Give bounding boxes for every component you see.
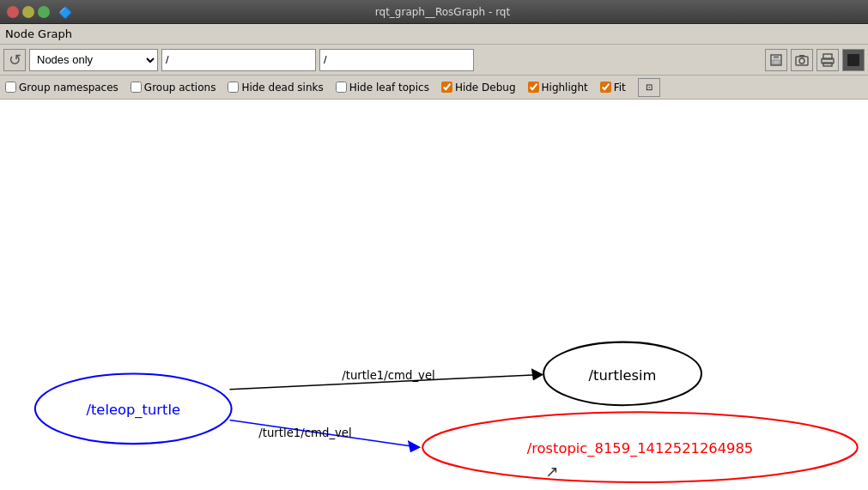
hide-debug-input[interactable]: [441, 82, 452, 93]
save-button[interactable]: [765, 49, 787, 71]
print-button[interactable]: [816, 49, 839, 71]
topic-filter-input[interactable]: [319, 49, 474, 71]
menu-item-node-graph[interactable]: Node Graph: [5, 27, 72, 40]
graph-svg: /turtle1/cmd_vel /turtle1/cmd_vel /teleo…: [0, 100, 868, 490]
teleop-turtle-label: /teleop_turtle: [86, 402, 179, 419]
svg-rect-2: [773, 60, 780, 64]
highlight-label: Highlight: [542, 82, 588, 94]
fit-label: Fit: [614, 82, 626, 94]
group-namespaces-check[interactable]: Group namespaces: [5, 82, 118, 94]
fit-icon-button[interactable]: ⊡: [638, 78, 660, 97]
edge-1-label: /turtle1/cmd_vel: [342, 369, 434, 382]
hide-debug-label: Hide Debug: [455, 82, 516, 94]
fit-input[interactable]: [600, 82, 611, 93]
group-actions-input[interactable]: [131, 82, 142, 93]
screenshot-button[interactable]: [791, 49, 813, 71]
turtlesim-label: /turtlesim: [589, 367, 657, 384]
highlight-check[interactable]: Highlight: [528, 82, 588, 94]
refresh-button[interactable]: ↺: [3, 49, 26, 71]
edge-2-label: /turtle1/cmd_vel: [258, 426, 351, 439]
hide-leaf-topics-input[interactable]: [336, 82, 347, 93]
save-icon: [769, 53, 783, 67]
checkbar: Group namespaces Group actions Hide dead…: [0, 76, 868, 100]
hide-leaf-topics-check[interactable]: Hide leaf topics: [336, 82, 429, 94]
display-mode-select[interactable]: Nodes only Nodes/Topics (all) Nodes/Topi…: [29, 49, 158, 71]
svg-rect-5: [799, 55, 804, 57]
toolbar: ↺ Nodes only Nodes/Topics (all) Nodes/To…: [0, 45, 868, 76]
ns-filter-input[interactable]: [161, 49, 316, 71]
hide-debug-check[interactable]: Hide Debug: [441, 82, 516, 94]
hide-dead-sinks-label: Hide dead sinks: [241, 82, 323, 94]
edge-2-arrow: [408, 440, 421, 452]
group-actions-label: Group actions: [144, 82, 216, 94]
print-icon: [821, 53, 835, 67]
cursor: ↗: [545, 463, 558, 481]
hide-dead-sinks-check[interactable]: Hide dead sinks: [228, 82, 323, 94]
svg-rect-1: [774, 55, 779, 58]
group-actions-check[interactable]: Group actions: [131, 82, 216, 94]
hide-leaf-topics-label: Hide leaf topics: [349, 82, 429, 94]
svg-rect-8: [823, 63, 832, 66]
group-namespaces-label: Group namespaces: [19, 82, 118, 94]
stop-icon: [847, 54, 859, 66]
window-title: rqt_graph__RosGraph - rqt: [24, 6, 861, 18]
highlight-input[interactable]: [528, 82, 539, 93]
stop-button[interactable]: [842, 49, 865, 71]
title-bar: 🔷 rqt_graph__RosGraph - rqt: [0, 0, 868, 24]
svg-point-4: [799, 58, 804, 64]
rostopic-label: /rostopic_8159_1412521264985: [527, 440, 754, 457]
edge-1-arrow: [531, 368, 543, 380]
camera-icon: [795, 53, 809, 67]
menu-bar: Node Graph: [0, 24, 868, 45]
hide-dead-sinks-input[interactable]: [228, 82, 239, 93]
close-button[interactable]: [7, 6, 19, 18]
main-window: Node Graph ↺ Nodes only Nodes/Topics (al…: [0, 24, 868, 490]
fit-check[interactable]: Fit: [600, 82, 626, 94]
group-namespaces-input[interactable]: [5, 82, 16, 93]
graph-area: /turtle1/cmd_vel /turtle1/cmd_vel /teleo…: [0, 100, 868, 490]
